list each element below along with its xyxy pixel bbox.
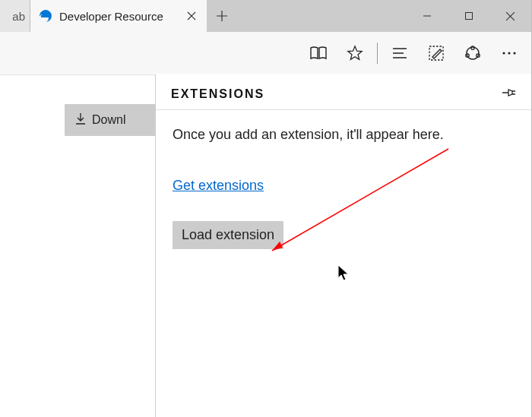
toolbar: [0, 32, 531, 74]
pin-icon[interactable]: [501, 87, 516, 102]
extensions-panel: EXTENSIONS Once you add an extension, it…: [155, 74, 531, 417]
hub-icon[interactable]: [382, 36, 417, 71]
toolbar-divider: [377, 43, 378, 64]
tab-bar: ab Developer Resource: [0, 0, 531, 32]
web-note-icon[interactable]: [419, 36, 454, 71]
tab-active[interactable]: Developer Resource: [30, 0, 207, 32]
maximize-button[interactable]: [448, 0, 489, 32]
empty-state-text: Once you add an extension, it'll appear …: [173, 127, 515, 143]
download-button[interactable]: Downl: [65, 104, 155, 136]
get-extensions-link[interactable]: Get extensions: [173, 178, 264, 194]
tab-inactive[interactable]: ab: [0, 0, 30, 32]
close-window-button[interactable]: [489, 0, 531, 32]
browser-window: ab Developer Resource: [0, 0, 532, 417]
new-tab-button[interactable]: [207, 0, 237, 32]
tab-title: Developer Resource: [59, 10, 178, 23]
reading-view-icon[interactable]: [301, 36, 336, 71]
panel-header: EXTENSIONS: [156, 74, 531, 110]
download-label: Downl: [92, 113, 125, 127]
svg-rect-0: [465, 13, 472, 20]
download-icon: [75, 112, 86, 128]
svg-point-7: [508, 52, 510, 54]
load-extension-button[interactable]: Load extension: [173, 221, 283, 249]
window-controls: [406, 0, 531, 32]
panel-title: EXTENSIONS: [171, 87, 264, 101]
edge-icon: [38, 8, 53, 24]
cursor-icon: [337, 264, 351, 283]
favorites-icon[interactable]: [337, 36, 372, 71]
content-area: Downl EXTENSIONS Once you add an extensi…: [0, 74, 531, 417]
svg-point-6: [502, 52, 505, 54]
more-icon[interactable]: [492, 36, 527, 71]
svg-point-8: [513, 52, 515, 54]
minimize-button[interactable]: [406, 0, 448, 32]
tab-inactive-label: ab: [12, 10, 25, 23]
page-content: Downl: [0, 74, 155, 417]
tab-close-icon[interactable]: [184, 8, 199, 24]
svg-point-2: [467, 47, 479, 59]
panel-body: Once you add an extension, it'll appear …: [156, 110, 531, 266]
share-icon[interactable]: [455, 36, 490, 71]
